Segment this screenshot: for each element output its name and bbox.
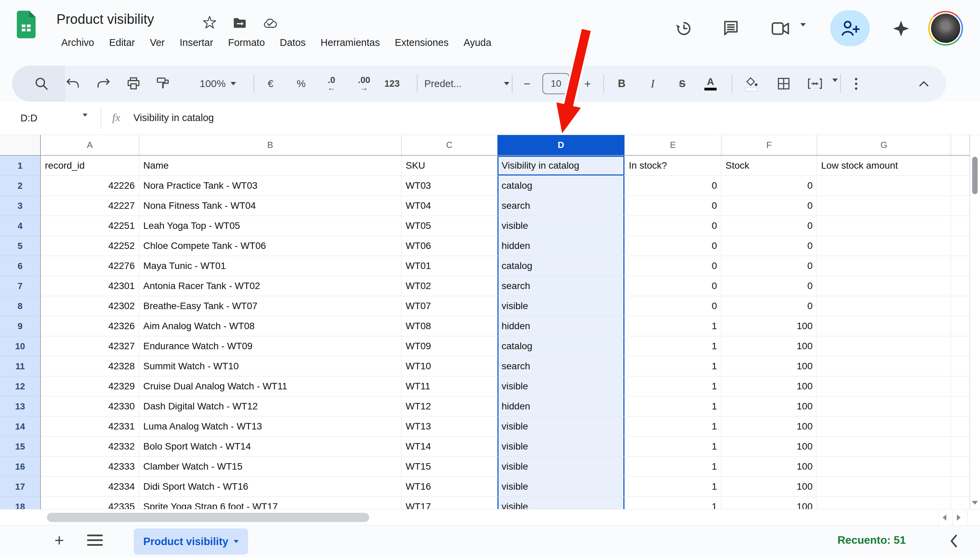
- row-header-18[interactable]: 18: [0, 497, 41, 509]
- cell-C12[interactable]: WT11: [402, 376, 498, 396]
- cell-H8[interactable]: [951, 296, 970, 316]
- cell-H14[interactable]: [951, 417, 970, 436]
- cell-B6[interactable]: Maya Tunic - WT01: [139, 256, 402, 276]
- cell-G11[interactable]: [817, 357, 951, 376]
- cell-B16[interactable]: Clamber Watch - WT15: [139, 457, 402, 477]
- cell-F7[interactable]: 0: [721, 276, 817, 296]
- cell-D4[interactable]: visible: [498, 216, 625, 236]
- cell-E10[interactable]: 1: [625, 336, 721, 357]
- cell-B3[interactable]: Nona Fitness Tank - WT04: [139, 196, 402, 216]
- cell-E9[interactable]: 1: [625, 316, 721, 336]
- share-button[interactable]: [830, 10, 870, 46]
- cell-H9[interactable]: [951, 316, 970, 336]
- menu-item-formato[interactable]: Formato: [220, 34, 272, 51]
- cell-G12[interactable]: [817, 376, 951, 396]
- comments-icon[interactable]: [721, 19, 740, 38]
- increase-decimals-button[interactable]: .00 →: [358, 66, 370, 102]
- add-sheet-button[interactable]: +: [50, 531, 69, 549]
- cell-B10[interactable]: Endurance Watch - WT09: [139, 336, 402, 357]
- cell-A2[interactable]: 42226: [41, 176, 139, 196]
- column-header-E[interactable]: E: [625, 135, 721, 155]
- cell-E17[interactable]: 1: [625, 477, 721, 497]
- cloud-saved-icon[interactable]: [263, 16, 278, 30]
- increase-font-size-button[interactable]: +: [584, 66, 591, 102]
- cell-A4[interactable]: 42251: [41, 216, 139, 236]
- cell-B14[interactable]: Luma Analog Watch - WT13: [139, 417, 402, 436]
- cell-E1[interactable]: In stock?: [625, 156, 721, 176]
- star-icon[interactable]: [202, 16, 217, 30]
- cell-A12[interactable]: 42329: [41, 376, 139, 396]
- cell-C16[interactable]: WT15: [402, 457, 498, 477]
- column-header-C[interactable]: C: [402, 135, 498, 155]
- row-header-15[interactable]: 15: [0, 436, 41, 457]
- text-color-button[interactable]: A: [704, 66, 717, 102]
- cell-F4[interactable]: 0: [721, 216, 817, 236]
- more-formats-button[interactable]: 123: [384, 66, 400, 102]
- cell-G16[interactable]: [817, 457, 951, 477]
- cell-B9[interactable]: Aim Analog Watch - WT08: [139, 316, 402, 336]
- paint-format-button[interactable]: [156, 66, 170, 102]
- cell-F5[interactable]: 0: [721, 236, 817, 256]
- redo-button[interactable]: [97, 66, 111, 102]
- cell-D3[interactable]: search: [498, 196, 625, 216]
- cell-B11[interactable]: Summit Watch - WT10: [139, 357, 402, 376]
- cell-G2[interactable]: [817, 176, 951, 196]
- cell-D17[interactable]: visible: [498, 477, 625, 497]
- cell-G13[interactable]: [817, 396, 951, 417]
- sheets-logo-icon[interactable]: [16, 10, 36, 39]
- all-sheets-button[interactable]: [87, 534, 103, 546]
- cell-A14[interactable]: 42331: [41, 417, 139, 436]
- cell-F9[interactable]: 100: [721, 316, 817, 336]
- cell-H2[interactable]: [951, 176, 970, 196]
- cell-E16[interactable]: 1: [625, 457, 721, 477]
- italic-button[interactable]: I: [651, 66, 655, 102]
- cell-D2[interactable]: catalog: [498, 176, 625, 196]
- scroll-down-icon[interactable]: [972, 501, 978, 505]
- cell-C15[interactable]: WT14: [402, 436, 498, 457]
- cell-G5[interactable]: [817, 236, 951, 256]
- cell-C4[interactable]: WT05: [402, 216, 498, 236]
- merge-dropdown-icon[interactable]: [832, 82, 838, 88]
- column-header-D[interactable]: D: [498, 135, 625, 155]
- cell-E14[interactable]: 1: [625, 417, 721, 436]
- cell-G4[interactable]: [817, 216, 951, 236]
- row-header-11[interactable]: 11: [0, 357, 41, 376]
- cell-F18[interactable]: 100: [721, 497, 817, 509]
- vertical-scrollbar-thumb[interactable]: [972, 157, 978, 194]
- cell-H11[interactable]: [951, 357, 970, 376]
- font-selector[interactable]: Predet...: [424, 66, 510, 102]
- column-header-G[interactable]: G: [817, 135, 951, 155]
- menu-item-insertar[interactable]: Insertar: [172, 34, 220, 51]
- cell-D12[interactable]: visible: [498, 376, 625, 396]
- cell-H4[interactable]: [951, 216, 970, 236]
- cell-C5[interactable]: WT06: [402, 236, 498, 256]
- version-history-icon[interactable]: [675, 19, 694, 38]
- name-box-dropdown-icon[interactable]: [83, 117, 87, 123]
- cell-A17[interactable]: 42334: [41, 477, 139, 497]
- cell-G7[interactable]: [817, 276, 951, 296]
- cell-D9[interactable]: hidden: [498, 316, 625, 336]
- cell-A15[interactable]: 42332: [41, 436, 139, 457]
- cell-D13[interactable]: hidden: [498, 396, 625, 417]
- row-header-12[interactable]: 12: [0, 376, 41, 396]
- cell-C9[interactable]: WT08: [402, 316, 498, 336]
- select-all-corner[interactable]: [0, 135, 41, 155]
- column-header-F[interactable]: F: [721, 135, 817, 155]
- row-header-1[interactable]: 1: [0, 156, 41, 176]
- cell-D18[interactable]: visible: [498, 497, 625, 509]
- cell-F1[interactable]: Stock: [721, 156, 817, 176]
- cell-B8[interactable]: Breathe-Easy Tank - WT07: [139, 296, 402, 316]
- row-header-17[interactable]: 17: [0, 477, 41, 497]
- gemini-sparkle-icon[interactable]: [892, 19, 911, 38]
- print-button[interactable]: [127, 66, 141, 102]
- video-call-dropdown-icon[interactable]: [800, 26, 806, 33]
- cell-C6[interactable]: WT01: [402, 256, 498, 276]
- cell-D5[interactable]: hidden: [498, 236, 625, 256]
- cell-G15[interactable]: [817, 436, 951, 457]
- cell-A10[interactable]: 42327: [41, 336, 139, 357]
- menu-item-extensiones[interactable]: Extensiones: [387, 34, 456, 51]
- cell-A1[interactable]: record_id: [41, 156, 139, 176]
- cell-A18[interactable]: 42335: [41, 497, 139, 509]
- undo-button[interactable]: [66, 66, 79, 102]
- cell-F15[interactable]: 100: [721, 436, 817, 457]
